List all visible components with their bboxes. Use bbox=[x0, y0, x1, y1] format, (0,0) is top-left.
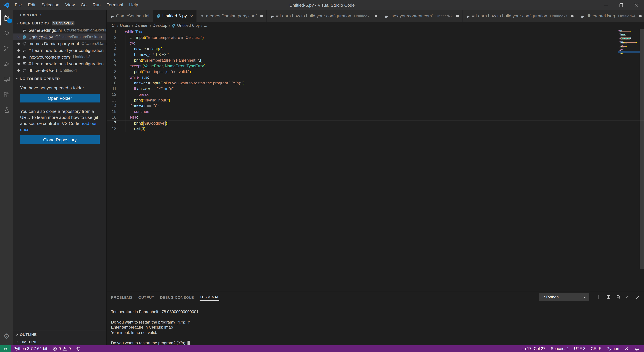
settings-gear-icon[interactable]: ⚙ bbox=[0, 329, 14, 344]
tab-memes-damian-party-conf[interactable]: memes.Damian.party.conf bbox=[196, 10, 267, 22]
token bbox=[125, 69, 134, 74]
close-icon[interactable] bbox=[629, 0, 644, 10]
run-and-debug-icon[interactable] bbox=[0, 56, 14, 72]
panel-tab-debug-console[interactable]: DEBUG CONSOLE bbox=[160, 294, 194, 301]
dirty-dot-icon[interactable] bbox=[456, 14, 459, 17]
dirty-dot-icon[interactable] bbox=[639, 14, 642, 17]
menu-item-view[interactable]: View bbox=[62, 0, 78, 10]
tab-untitled-6-py[interactable]: Untitled-6.py× bbox=[153, 10, 196, 22]
open-editor-item[interactable]: memes.Damian.party.confC:\Users\Damia... bbox=[14, 40, 106, 47]
search-icon[interactable] bbox=[0, 25, 14, 41]
breadcrumb-item[interactable]: Desktop bbox=[152, 23, 167, 28]
minimap[interactable] bbox=[618, 30, 639, 54]
code-editor[interactable]: 1while True:2 c = input("Enter temperatu… bbox=[107, 29, 644, 291]
token: float bbox=[150, 46, 158, 51]
minimap-token bbox=[620, 42, 622, 43]
line-col-indicator[interactable]: Ln 17, Col 27 bbox=[519, 346, 548, 351]
eol-indicator[interactable]: CRLF bbox=[588, 346, 604, 351]
live-share-indicator[interactable] bbox=[74, 347, 83, 351]
restore-icon[interactable] bbox=[614, 0, 629, 10]
panel-tab-output[interactable]: OUTPUT bbox=[138, 294, 154, 301]
split-terminal-icon[interactable] bbox=[606, 294, 612, 300]
dirty-dot-icon[interactable] bbox=[260, 14, 263, 17]
minimap-token bbox=[620, 46, 622, 47]
menu-item-terminal[interactable]: Terminal bbox=[104, 0, 126, 10]
open-editor-item[interactable]: # Learn how to build your configuration.… bbox=[14, 60, 106, 67]
close-icon[interactable]: × bbox=[190, 13, 193, 18]
unsaved-count-badge: 5 bbox=[7, 18, 12, 23]
open-editor-item[interactable]: 'nextyourcontent.com'Untitled-2 bbox=[14, 54, 106, 60]
problems-indicator[interactable]: 0 0 bbox=[50, 346, 74, 351]
outline-section-header[interactable]: OUTLINE bbox=[14, 331, 106, 338]
token: ( bbox=[160, 81, 162, 85]
token: else bbox=[130, 115, 137, 120]
timeline-section-header[interactable]: TIMELINE bbox=[14, 338, 106, 345]
minimap-line bbox=[618, 38, 639, 39]
breadcrumb[interactable]: C:›Users›Damian›Desktop›Untitled-6.py›..… bbox=[107, 22, 644, 29]
menu-item-run[interactable]: Run bbox=[90, 0, 104, 10]
dirty-dot-icon[interactable] bbox=[375, 14, 378, 17]
menu-item-selection[interactable]: Selection bbox=[38, 0, 62, 10]
line-content: except (ValueError, NameError, TypeError… bbox=[116, 63, 644, 69]
close-panel-icon[interactable] bbox=[634, 294, 641, 300]
terminal-output[interactable]: Temperature in Fahrenheit: 78.0800000000… bbox=[107, 303, 644, 345]
open-editor-item[interactable]: ×Untitled-6.pyC:\Users\Damian\Desktop bbox=[14, 33, 106, 40]
menu-item-go[interactable]: Go bbox=[78, 0, 90, 10]
line-number: 15 bbox=[107, 109, 116, 115]
minimize-icon[interactable] bbox=[599, 0, 614, 10]
language-indicator[interactable]: Python bbox=[604, 346, 622, 351]
minimap-space bbox=[618, 35, 620, 36]
tab--learn-how-to-build-your-configuration[interactable]: # Learn how to build your configurationU… bbox=[267, 10, 381, 22]
editor-scrollbar[interactable] bbox=[639, 29, 644, 291]
encoding-indicator[interactable]: UTF-8 bbox=[572, 346, 588, 351]
file-file-icon bbox=[110, 13, 114, 18]
line-number: 6 bbox=[107, 58, 116, 63]
tab--nextyourcontent-com-[interactable]: 'nextyourcontent.com'Untitled-2 bbox=[381, 10, 463, 22]
file-file-icon bbox=[580, 13, 585, 18]
remote-explorer-icon[interactable] bbox=[0, 72, 14, 87]
tab-db-createuser-[interactable]: db.createUser(Untitled-4 bbox=[577, 10, 644, 22]
menu-item-file[interactable]: File bbox=[12, 0, 25, 10]
open-editor-item[interactable]: GameSettings.iniC:\Users\Damian\Docum... bbox=[14, 27, 106, 33]
notifications-bell-icon[interactable] bbox=[632, 346, 642, 351]
token: == bbox=[150, 86, 157, 91]
line-content: break bbox=[116, 92, 644, 97]
menu-item-edit[interactable]: Edit bbox=[25, 0, 38, 10]
new-terminal-icon[interactable] bbox=[596, 294, 602, 300]
explorer-icon[interactable]: 5 bbox=[0, 10, 14, 25]
token: "Your input:" bbox=[143, 69, 165, 74]
terminal-select[interactable]: 1: Python bbox=[539, 293, 589, 301]
no-folder-header[interactable]: NO FOLDER OPENED bbox=[14, 75, 106, 82]
python-interpreter-indicator[interactable]: Python 3.7.7 64-bit bbox=[11, 346, 50, 351]
vscode-window: FileEditSelectionViewGoRunTerminalHelp U… bbox=[0, 0, 644, 352]
minimap-token bbox=[618, 30, 620, 31]
open-editor-item[interactable]: # Learn how to build your configuration.… bbox=[14, 47, 106, 54]
tab--learn-how-to-build-your-configuration[interactable]: # Learn how to build your configurationU… bbox=[463, 10, 577, 22]
close-icon[interactable]: × bbox=[16, 35, 21, 39]
feedback-icon[interactable] bbox=[622, 346, 632, 351]
breadcrumb-item[interactable]: Damian bbox=[134, 23, 148, 28]
indentation-indicator[interactable]: Spaces: 4 bbox=[548, 346, 572, 351]
source-control-icon[interactable] bbox=[0, 41, 14, 56]
breadcrumb-item[interactable]: Untitled-6.py bbox=[177, 23, 200, 28]
token: answer bbox=[137, 86, 150, 91]
panel-tab-problems[interactable]: PROBLEMS bbox=[111, 294, 133, 301]
scrollbar-thumb[interactable] bbox=[640, 29, 644, 269]
dirty-dot-icon[interactable] bbox=[571, 14, 574, 17]
test-beaker-icon[interactable] bbox=[0, 103, 14, 118]
menu-item-help[interactable]: Help bbox=[126, 0, 141, 10]
breadcrumb-item[interactable]: ... bbox=[204, 23, 207, 28]
open-folder-button[interactable]: Open Folder bbox=[20, 94, 100, 103]
remote-indicator[interactable]: >< bbox=[0, 345, 11, 352]
open-editor-item[interactable]: db.createUser(Untitled-4 bbox=[14, 67, 106, 74]
indent-guide bbox=[125, 115, 126, 120]
clone-repository-button[interactable]: Clone Repository bbox=[20, 135, 100, 144]
maximize-panel-icon[interactable] bbox=[625, 294, 631, 300]
open-editors-header[interactable]: OPEN EDITORS 5 UNSAVED bbox=[14, 19, 106, 27]
extensions-icon[interactable] bbox=[0, 87, 14, 103]
breadcrumb-item[interactable]: Users bbox=[120, 23, 130, 28]
kill-terminal-icon[interactable] bbox=[615, 294, 621, 300]
tab-gamesettings-ini[interactable]: GameSettings.ini bbox=[107, 10, 153, 22]
panel-tab-terminal[interactable]: TERMINAL bbox=[200, 293, 219, 301]
breadcrumb-item[interactable]: C: bbox=[112, 23, 116, 28]
